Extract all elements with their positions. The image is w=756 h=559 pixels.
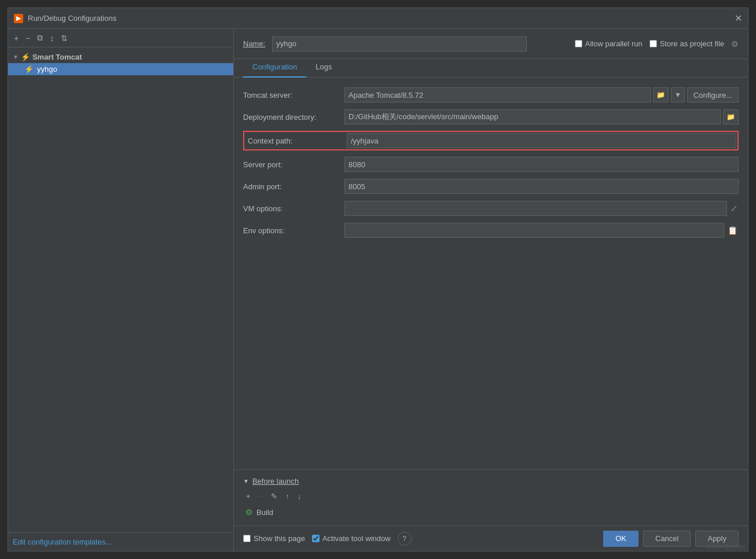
sort-config-button[interactable]: ⇅ [58,32,70,44]
vm-options-expand-icon[interactable]: ⤢ [729,203,739,214]
dialog-title: Run/Debug Configurations [28,14,116,23]
config-item-label: yyhgo [37,65,57,73]
bottom-left: Show this page Activate tool window [243,534,391,543]
show-page-label[interactable]: Show this page [243,534,305,543]
edit-templates-link[interactable]: Edit configuration templates... [13,538,112,546]
add-config-button[interactable]: + [12,32,21,44]
before-launch-remove-button[interactable]: − [256,490,266,502]
bottom-bar: Show this page Activate tool window ? OK… [234,525,748,551]
env-options-input[interactable] [344,223,724,238]
server-port-value [344,157,739,172]
smart-tomcat-group-icon: ⚡ [21,53,30,61]
allow-parallel-checkbox[interactable] [575,40,582,47]
help-button[interactable]: ? [398,532,412,546]
before-launch-item: ⚙ Build [243,506,739,518]
deployment-dir-folder-button[interactable]: 📁 [723,109,739,124]
watermark: CSDN @yyhgo [706,543,746,550]
server-port-row: Server port: [243,156,739,172]
run-debug-dialog: ▶ Run/Debug Configurations ✕ + − ⧉ ↕ ⇅ ▼… [8,8,748,551]
tomcat-server-row: Tomcat server: 📁 ▼ Configure... [243,87,739,103]
context-path-row: Context path: [243,131,739,150]
title-bar-left: ▶ Run/Debug Configurations [14,14,116,23]
left-panel: + − ⧉ ↕ ⇅ ▼ ⚡ Smart Tomcat ⚡ yyhgo [8,29,234,551]
tomcat-folder-button[interactable]: 📁 [653,87,669,102]
deployment-dir-row: Deployment directory: 📁 [243,109,739,125]
name-input[interactable] [272,36,527,52]
build-icon: ⚙ [245,507,253,517]
env-options-copy-icon[interactable]: 📋 [726,225,739,236]
env-options-value: 📋 [344,223,739,238]
tab-configuration[interactable]: Configuration [243,59,306,78]
admin-port-input[interactable] [344,179,739,194]
yyhgo-config-item[interactable]: ⚡ yyhgo [8,63,233,75]
config-item-icon: ⚡ [24,65,34,73]
right-panel: Name: Allow parallel run Store as projec… [234,29,748,551]
admin-port-row: Admin port: [243,178,739,194]
before-launch-edit-button[interactable]: ✎ [268,490,280,502]
title-bar: ▶ Run/Debug Configurations ✕ [8,8,748,29]
cancel-button[interactable]: Cancel [643,531,691,547]
admin-port-label: Admin port: [243,182,344,191]
env-options-label: Env options: [243,226,344,235]
vm-options-label: VM options: [243,204,344,213]
tab-logs[interactable]: Logs [306,59,341,78]
copy-config-button[interactable]: ⧉ [35,32,45,44]
build-label: Build [256,508,273,517]
before-launch-add-button[interactable]: + [243,490,254,502]
activate-window-label[interactable]: Activate tool window [312,534,391,543]
context-path-label: Context path: [245,137,347,145]
dialog-icon: ▶ [14,14,23,23]
store-as-project-label[interactable]: Store as project file [649,39,724,48]
move-config-button[interactable]: ↕ [47,32,56,44]
remove-config-button[interactable]: − [23,32,32,44]
show-page-checkbox[interactable] [243,535,251,542]
vm-options-value: ⤢ [344,201,739,216]
allow-parallel-label[interactable]: Allow parallel run [575,39,643,48]
before-launch-label: Before launch [252,477,299,486]
configure-button[interactable]: Configure... [687,87,739,102]
before-launch-section: ▼ Before launch + − ✎ ↑ ↓ ⚙ Build [234,469,748,525]
smart-tomcat-group: ▼ ⚡ Smart Tomcat ⚡ yyhgo [8,50,233,76]
before-launch-toolbar: + − ✎ ↑ ↓ [243,490,739,502]
tomcat-server-value: 📁 ▼ Configure... [344,87,739,102]
config-header: Name: Allow parallel run Store as projec… [234,29,748,59]
name-label: Name: [243,39,265,48]
context-path-value [347,133,736,148]
vm-options-row: VM options: ⤢ [243,200,739,216]
admin-port-value [344,179,739,194]
before-launch-header[interactable]: ▼ Before launch [243,477,739,486]
group-arrow-icon: ▼ [13,54,19,60]
context-path-input[interactable] [347,133,736,148]
store-as-project-checkbox[interactable] [649,40,657,47]
tabs-bar: Configuration Logs [234,59,748,78]
activate-window-checkbox[interactable] [312,535,320,542]
close-button[interactable]: ✕ [735,13,742,24]
gear-button[interactable]: ⚙ [731,39,739,49]
before-launch-down-button[interactable]: ↓ [295,490,304,502]
ok-button[interactable]: OK [603,531,638,547]
deployment-dir-value: 📁 [344,109,739,124]
deployment-dir-label: Deployment directory: [243,113,344,122]
header-right: Allow parallel run Store as project file… [575,39,739,49]
tomcat-server-input[interactable] [344,87,651,102]
left-bottom: Edit configuration templates... [8,532,233,551]
deployment-dir-input[interactable] [344,109,721,124]
vm-options-input[interactable] [344,201,727,216]
left-toolbar: + − ⧉ ↕ ⇅ [8,29,233,47]
main-content: + − ⧉ ↕ ⇅ ▼ ⚡ Smart Tomcat ⚡ yyhgo [8,29,748,551]
env-options-row: Env options: 📋 [243,222,739,238]
form-area: Tomcat server: 📁 ▼ Configure... Deployme… [234,78,748,469]
tomcat-dropdown-button[interactable]: ▼ [671,87,685,102]
before-launch-up-button[interactable]: ↑ [282,490,292,502]
before-launch-arrow: ▼ [243,478,249,484]
smart-tomcat-group-label: Smart Tomcat [32,53,82,61]
server-port-input[interactable] [344,157,739,172]
smart-tomcat-group-header[interactable]: ▼ ⚡ Smart Tomcat [8,51,233,63]
server-port-label: Server port: [243,160,344,169]
config-tree: ▼ ⚡ Smart Tomcat ⚡ yyhgo [8,47,233,532]
tomcat-server-label: Tomcat server: [243,91,344,100]
